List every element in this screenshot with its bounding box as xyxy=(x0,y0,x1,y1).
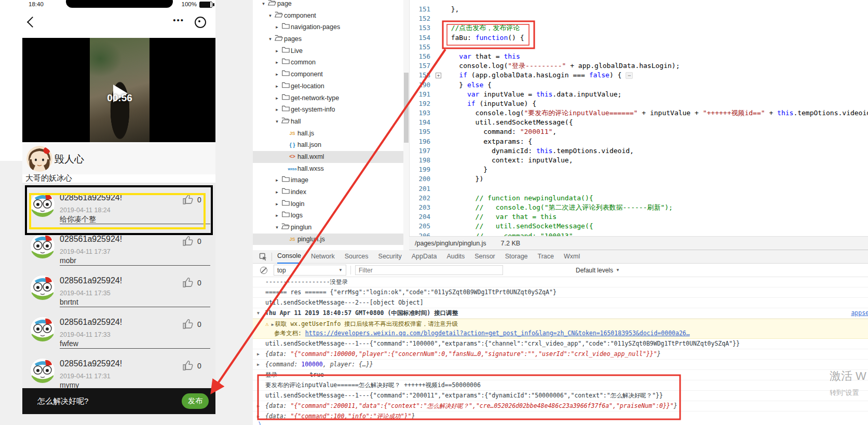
like-count: 0 xyxy=(197,320,201,328)
tree-item-login[interactable]: ▸login xyxy=(253,198,409,210)
capsule-exit-icon[interactable] xyxy=(195,17,206,28)
tree-item-component[interactable]: ▾component xyxy=(253,10,409,22)
expand-icon[interactable]: ▸ xyxy=(274,104,280,116)
expand-icon[interactable]: ▸ xyxy=(274,210,280,222)
tab-trace[interactable]: Trace xyxy=(538,250,554,263)
collapse-icon[interactable]: ▾ xyxy=(260,0,267,10)
tree-item-hall.json[interactable]: { }hall.json xyxy=(253,139,409,151)
token: // util.sendSocketMessage({ xyxy=(443,222,593,230)
gutter xyxy=(435,127,443,136)
tree-item-page[interactable]: ▾page xyxy=(253,0,409,10)
tree-item-logs[interactable]: ▸logs xyxy=(253,210,409,222)
tree-item-get-location[interactable]: ▸get-location xyxy=(253,80,409,92)
tree-item-pinglun[interactable]: ▾pinglun xyxy=(253,222,409,234)
expand-icon[interactable]: ▶ xyxy=(257,401,260,411)
filter-input[interactable] xyxy=(355,265,503,275)
token: ) { xyxy=(609,71,626,79)
collapse-icon[interactable]: ▾ xyxy=(274,116,280,128)
collapse-icon[interactable]: ▾ xyxy=(274,222,280,234)
tree-item-hall.wxml[interactable]: <>hall.wxml xyxy=(253,151,409,163)
collapse-icon[interactable]: ▾ xyxy=(267,33,274,45)
fold-icon[interactable]: + xyxy=(435,71,443,80)
tab-console[interactable]: Console xyxy=(277,250,301,264)
video-player[interactable]: 00:56 xyxy=(22,38,215,142)
tree-item-hall[interactable]: ▾hall xyxy=(253,116,409,128)
tab-storage[interactable]: Storage xyxy=(505,250,528,263)
expand-icon[interactable]: ▸ xyxy=(274,92,280,104)
clear-console-icon[interactable] xyxy=(260,267,267,274)
expand-icon[interactable]: ▸ xyxy=(274,57,280,68)
console-source-link[interactable]: appse xyxy=(851,308,868,318)
publish-button[interactable]: 发布 xyxy=(182,393,209,409)
code-line: 204 // var that = this xyxy=(410,212,868,222)
token: "要发布的评论inputValue======" xyxy=(524,109,638,117)
log-level-dropdown[interactable]: Default levels ▼ xyxy=(576,267,620,274)
tab-appdata[interactable]: AppData xyxy=(412,250,437,263)
expand-icon[interactable]: ▶ xyxy=(257,360,260,369)
tree-item-Live[interactable]: ▸Live xyxy=(253,45,409,57)
expand-icon[interactable]: ▸ xyxy=(274,174,280,186)
like-button[interactable]: 0 xyxy=(182,236,206,246)
code-line: 154 faBu: function() { xyxy=(410,33,868,43)
comment-item: 028561a925924! 2019-04-11 17:31 mymy 0 xyxy=(22,349,215,388)
like-button[interactable]: 0 xyxy=(182,277,206,288)
tree-item-pinglun.js[interactable]: JSpinglun.js xyxy=(253,234,409,245)
expand-icon[interactable]: ▶ xyxy=(272,322,274,327)
console-message: ====== res ====== {"errMsg":"login:ok","… xyxy=(253,287,868,298)
expand-icon[interactable]: ▸ xyxy=(274,186,280,198)
warning-icon: ⚠ xyxy=(265,321,269,327)
expand-icon[interactable]: ▸ xyxy=(274,198,280,210)
token: .tempOtions.videoid xyxy=(793,109,868,117)
tree-item-get-network-type[interactable]: ▸get-network-type xyxy=(253,92,409,104)
token: this xyxy=(504,52,520,60)
expand-icon[interactable]: ▸ xyxy=(274,68,280,80)
more-icon[interactable]: ••• xyxy=(173,16,184,24)
tab-wxml[interactable]: Wxml xyxy=(564,250,580,263)
like-button[interactable]: 0 xyxy=(182,319,206,330)
comment-input-bar: 怎么解决好呢? 发布 xyxy=(22,388,215,414)
tree-item-component[interactable]: ▸component xyxy=(253,68,409,80)
back-icon[interactable] xyxy=(27,17,38,28)
commenter-avatar xyxy=(30,358,55,383)
tree-item-hall.wxss[interactable]: wxsshall.wxss xyxy=(253,163,409,175)
tree-item-get-system-info[interactable]: ▸get-system-info xyxy=(253,104,409,116)
execution-context-dropdown[interactable]: top ▼ xyxy=(274,265,346,276)
expand-icon[interactable]: ▸ xyxy=(274,45,280,57)
tree-item-pages[interactable]: ▾pages xyxy=(253,33,409,45)
tree-item-common[interactable]: ▸common xyxy=(253,57,409,68)
token: // console.log("第二次进入评论列表数据------刷新"); xyxy=(443,203,673,211)
expand-icon[interactable]: ▶ xyxy=(257,349,260,359)
tab-audits[interactable]: Audits xyxy=(446,250,465,263)
inspect-element-icon[interactable] xyxy=(259,253,267,261)
tree-item-image[interactable]: ▸image xyxy=(253,174,409,186)
expand-icon[interactable]: ▸ xyxy=(274,21,280,33)
tree-item-index[interactable]: ▸index xyxy=(253,186,409,198)
console-message: ------------------没登录 xyxy=(253,277,868,287)
comment-input[interactable]: 怎么解决好呢? xyxy=(37,388,88,414)
console-message: ▶{data: "{"command":100000,"player":{"co… xyxy=(253,349,868,360)
log-token: , player: {…}} xyxy=(323,361,373,368)
tab-sensor[interactable]: Sensor xyxy=(474,250,495,263)
tree-item-navigation-pages[interactable]: ▸navigation-pages xyxy=(253,21,409,33)
code-text: util.sendSocketMessage({ xyxy=(443,118,868,127)
expand-icon[interactable]: ▼ xyxy=(257,308,260,318)
expand-icon[interactable]: ▸ xyxy=(274,80,280,92)
like-button[interactable]: 0 xyxy=(182,360,206,371)
tab-security[interactable]: Security xyxy=(378,250,402,263)
tree-scrollbar[interactable] xyxy=(403,0,409,250)
collapse-icon[interactable]: ▾ xyxy=(267,10,274,22)
tree-scrollbar-thumb[interactable] xyxy=(404,73,409,143)
tree-item-hall.js[interactable]: JShall.js xyxy=(253,128,409,140)
log-token: util.sendSocketMessage---1---{"command":… xyxy=(265,340,740,347)
tab-sources[interactable]: Sources xyxy=(345,250,369,263)
token: var xyxy=(459,52,471,60)
token xyxy=(443,90,467,98)
tab-network[interactable]: Network xyxy=(311,250,335,263)
console-prompt[interactable]: 〉 xyxy=(253,420,868,425)
console-message: ▶{command: 100000, player: {…}} xyxy=(253,360,868,370)
tree-item-label: hall.js xyxy=(297,128,314,140)
code-text: // util.sendSocketMessage({ xyxy=(443,222,868,231)
weixin-devtools-window: 18:40 100% ••• 00:56 xyxy=(0,0,868,425)
doc-link[interactable]: https://developers.weixin.qq.com/blogdet… xyxy=(305,330,690,337)
code-editor[interactable]: 151 },152153 //点击发布，发布评论154 faBu: functi… xyxy=(409,0,868,236)
